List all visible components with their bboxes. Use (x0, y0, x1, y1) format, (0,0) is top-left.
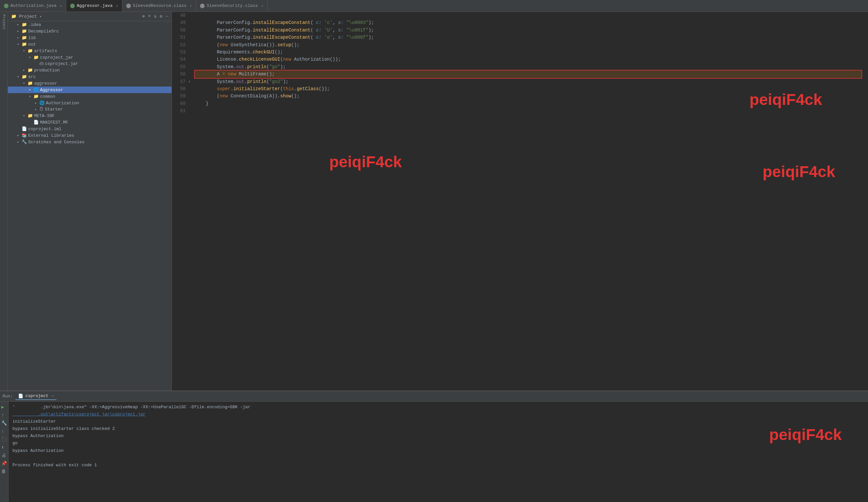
run-tab-bar: Run: 📄 csproject ✕ (0, 391, 868, 402)
run-line-cmd: ' .jbr\bin\java.exe" -XX:+AggressiveHeap… (12, 404, 864, 411)
code-lines: ParserConfig.installEscapeConstant( c: '… (195, 12, 868, 127)
class-file-icon (126, 3, 131, 8)
run-stop-icon[interactable]: ⬛ (1, 437, 7, 442)
run-tab-csproject[interactable]: 📄 csproject ✕ (16, 393, 56, 400)
tree-item-csproject-iml[interactable]: 📄 csproject.iml (8, 126, 172, 132)
java-file-icon (4, 3, 9, 8)
tree-item-manifest[interactable]: 📄 MANIFEST.MF (8, 119, 172, 126)
code-line-48 (195, 12, 861, 19)
code-line-49: ParserConfig.installEscapeConstant( c: '… (195, 19, 861, 26)
tab-label-sleeve-security: SleeveSecurity.class (207, 3, 258, 8)
code-line-51: ParserConfig.installEscapeConstant( c: '… (195, 34, 861, 41)
run-line-jar[interactable]: .out\artifacts\csproject_jar\csproject.j… (12, 411, 864, 418)
project-tree: ▸ 📁 .idea ▸ 📁 DecompileSrc ▸ 📁 lib ▾ 📁 o… (8, 21, 172, 390)
code-line-55: System.out.println("go"); (195, 63, 861, 71)
run-down-icon[interactable]: ↓ (1, 429, 7, 434)
run-side-icons: ▶ ↑ 🔧 ↓ ⬛ ⬆ 🖨 📌 🗑 (0, 402, 9, 502)
tree-item-artifacts[interactable]: ▾ 📁 artifacts (8, 48, 172, 54)
run-line-exit: Process finished with exit code 1 (12, 462, 864, 469)
class-file-icon-2 (200, 3, 205, 8)
code-line-52: (new UseSynthetica()).setup(); (195, 41, 861, 49)
tab-close-aggressor[interactable]: ✕ (116, 3, 118, 8)
run-wrench-icon[interactable]: 🔧 (1, 420, 7, 426)
run-play-icon[interactable]: ▶ (1, 404, 7, 410)
project-icon[interactable]: Project (2, 14, 6, 30)
run-line-process (12, 454, 864, 462)
run-up-icon[interactable]: ↑ (1, 412, 7, 418)
code-line-56: A = new MultiFrame(); (195, 71, 861, 78)
run-trash-icon[interactable]: 🗑 (1, 469, 7, 474)
code-container: 48 49 50 51 52 53 54 55 56 57 58 59 60 6… (172, 12, 868, 127)
sort-icon[interactable]: ⇅ (154, 14, 157, 19)
run-line-bypass-auth-2: bypass Authorization (12, 447, 864, 454)
tree-item-idea[interactable]: ▸ 📁 .idea (8, 21, 172, 28)
line-numbers: 48 49 50 51 52 53 54 55 56 57 58 59 60 6… (172, 12, 188, 127)
project-panel-header: 📁 Project ▾ ⊕ ≡ ⇅ ⚙ — (8, 12, 172, 21)
tree-item-csproject-jar-dir[interactable]: ▾ 📁 csproject_jar (8, 54, 172, 61)
project-header-icons: ⊕ ≡ ⇅ ⚙ — (142, 14, 168, 19)
run-line-go: go (12, 440, 864, 447)
tree-item-aggressor-class[interactable]: ▾ 🌐 Aggressor (8, 86, 172, 93)
tree-item-production[interactable]: ▸ 📁 production (8, 67, 172, 73)
run-line-bypass-auth-1: bypass Authorization (12, 432, 864, 440)
editor-area: 48 49 50 51 52 53 54 55 56 57 58 59 60 6… (172, 12, 868, 390)
project-title: Project (19, 14, 37, 19)
run-upload-icon[interactable]: ⬆ (1, 445, 7, 450)
minimize-icon[interactable]: — (166, 14, 168, 19)
code-line-59: (new ConnectDialog(A)).show(); (195, 93, 861, 100)
tree-item-decompile[interactable]: ▸ 📁 DecompileSrc (8, 28, 172, 34)
run-output: ▶ ↑ 🔧 ↓ ⬛ ⬆ 🖨 📌 🗑 ' .jbr\bin\java.exe" -… (0, 402, 868, 502)
tree-item-external-libraries[interactable]: ▸ 📚 External Libraries (8, 132, 172, 139)
tab-label-active: Aggressor.java (77, 3, 113, 8)
code-line-60: } (195, 100, 861, 107)
run-line-bypass-check: bypass initializeStarter class checked 2 (12, 425, 864, 432)
tree-item-common[interactable]: ▾ 📁 common (8, 93, 172, 100)
run-tab-close[interactable]: ✕ (51, 394, 54, 398)
code-line-54: License.checkLicenseGUI(new Authorizatio… (195, 56, 861, 63)
tree-item-aggressor-folder[interactable]: ▾ 📁 aggressor (8, 80, 172, 86)
run-line-initialize: initializeStarter (12, 418, 864, 425)
code-line-58: super.initializeStarter(this.getClass())… (195, 85, 861, 93)
bottom-panel: Run: 📄 csproject ✕ ▶ ↑ 🔧 ↓ ⬛ ⬆ 🖨 📌 🗑 ' .… (0, 390, 868, 502)
project-panel: 📁 Project ▾ ⊕ ≡ ⇅ ⚙ — ▸ 📁 .idea ▸ 📁 Deco… (8, 12, 172, 390)
tab-sleeve-security[interactable]: SleeveSecurity.class ✕ (196, 0, 268, 11)
folder-icon: 📁 (11, 14, 17, 19)
tree-item-out[interactable]: ▾ 📁 out (8, 41, 172, 48)
java-file-icon-2 (70, 3, 75, 8)
tab-close-authorization[interactable]: ✕ (60, 3, 62, 8)
tree-item-authorization[interactable]: ▸ 🌐 Authorization (8, 100, 172, 106)
tab-authorization-java[interactable]: Authorization.java ✕ (0, 0, 66, 11)
code-line-50: ParserConfig.installEscapeConstant( c: '… (195, 27, 861, 34)
left-strip: Project (0, 12, 8, 390)
tree-item-starter[interactable]: ▸ 🗒 Starter (8, 106, 172, 113)
tab-close-sleeve-security[interactable]: ✕ (261, 3, 263, 8)
main-layout: Project 📁 Project ▾ ⊕ ≡ ⇅ ⚙ — ▸ 📁 .idea … (0, 12, 868, 390)
list-icon[interactable]: ≡ (148, 14, 151, 19)
tree-item-src[interactable]: ▾ 📁 src (8, 73, 172, 80)
run-label: Run: (3, 394, 13, 399)
tree-item-meta-inf[interactable]: ▾ 📁 META-INF (8, 113, 172, 119)
tab-close-sleeved[interactable]: ✕ (190, 3, 192, 8)
editor-content[interactable]: 48 49 50 51 52 53 54 55 56 57 58 59 60 6… (172, 12, 868, 390)
watermark-3: peiqiF4ck (763, 163, 835, 181)
tab-label: Authorization.java (10, 3, 56, 8)
tab-label-sleeved: SleevedResource.class (133, 3, 187, 8)
tree-item-csproject-jar[interactable]: 🗃 csproject.jar (8, 61, 172, 67)
run-output-inner: ' .jbr\bin\java.exe" -XX:+AggressiveHeap… (9, 402, 868, 502)
tree-item-lib[interactable]: ▸ 📁 lib (8, 34, 172, 41)
code-line-53: Requirements.checkGUI(); (195, 49, 861, 56)
tab-aggressor-java[interactable]: Aggressor.java ✕ (66, 0, 122, 11)
settings-icon[interactable]: ⚙ (160, 14, 162, 19)
watermark-2: peiqiF4ck (329, 153, 402, 171)
run-print-icon[interactable]: 🖨 (1, 453, 7, 458)
globe-icon[interactable]: ⊕ (142, 14, 145, 19)
code-line-57: System.out.println("go2"); (195, 78, 861, 85)
tab-sleeved-resource[interactable]: SleevedResource.class ✕ (122, 0, 196, 11)
gutter: ⚡ (188, 12, 195, 127)
editor-tabs-bar: Authorization.java ✕ Aggressor.java ✕ Sl… (0, 0, 868, 12)
code-line-61 (195, 107, 861, 114)
run-tab-icon: 📄 (18, 394, 23, 399)
tree-item-scratches[interactable]: ▸ 🔧 Scratches and Consoles (8, 139, 172, 145)
run-pin-icon[interactable]: 📌 (1, 461, 7, 466)
run-tab-label: csproject (25, 394, 48, 398)
